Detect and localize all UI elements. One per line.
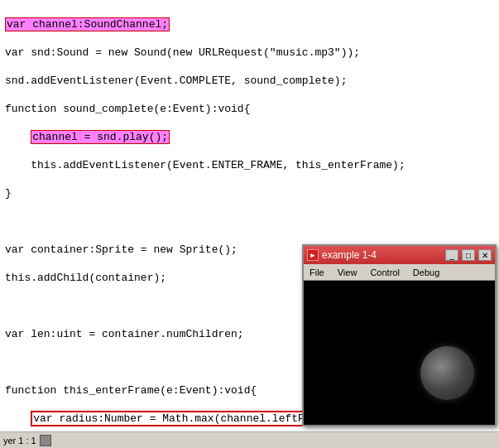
layer-icon	[40, 435, 51, 446]
code-line-6: this.addEventListener(Event.ENTER_FRAME,…	[5, 158, 494, 172]
code-line-2: var snd:Sound = new Sound(new URLRequest…	[5, 46, 494, 60]
float-title: example 1-4	[322, 249, 442, 261]
statusbar: yer 1 : 1	[0, 431, 499, 448]
code-line-4: function sound_complete(e:Event):void{	[5, 102, 494, 116]
highlight-line1: var channel:SoundChannel;	[5, 17, 170, 31]
code-line-8	[5, 214, 494, 229]
code-line-3: snd.addEventListener(Event.COMPLETE, sou…	[5, 74, 494, 88]
code-line-1: var channel:SoundChannel;	[5, 17, 494, 31]
flash-canvas	[304, 281, 495, 425]
flash-icon: ▶	[307, 249, 319, 261]
close-button[interactable]: ✕	[478, 249, 492, 261]
layer-label: yer 1 : 1	[3, 436, 36, 446]
flash-icon-label: ▶	[310, 251, 314, 260]
maximize-button[interactable]: □	[462, 249, 475, 261]
menu-control[interactable]: Control	[367, 267, 401, 277]
highlight-line5: channel = snd.play();	[31, 130, 170, 144]
float-menubar: File View Control Debug	[304, 264, 495, 281]
minimize-button[interactable]: _	[445, 249, 458, 261]
menu-file[interactable]: File	[307, 267, 327, 277]
float-window: ▶ example 1-4 _ □ ✕ File View Control De…	[302, 244, 497, 426]
layer-info: yer 1 : 1	[3, 435, 51, 446]
menu-view[interactable]: View	[335, 267, 360, 277]
code-line-5: channel = snd.play();	[5, 130, 494, 144]
float-titlebar: ▶ example 1-4 _ □ ✕	[304, 246, 495, 264]
menu-debug[interactable]: Debug	[410, 267, 442, 277]
code-line-7: }	[5, 186, 494, 200]
animated-circle	[420, 346, 474, 400]
